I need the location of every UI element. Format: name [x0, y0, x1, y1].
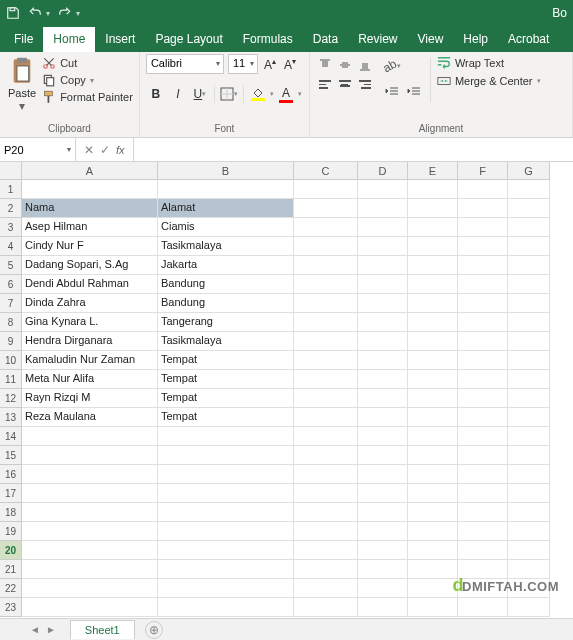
- cell[interactable]: [294, 598, 358, 617]
- cell[interactable]: [294, 294, 358, 313]
- cell[interactable]: [408, 351, 458, 370]
- column-header-B[interactable]: B: [158, 162, 294, 180]
- row-header[interactable]: 17: [0, 484, 22, 503]
- cell[interactable]: [358, 560, 408, 579]
- column-header-E[interactable]: E: [408, 162, 458, 180]
- cell[interactable]: [458, 275, 508, 294]
- cell[interactable]: Tempat: [158, 389, 294, 408]
- cell[interactable]: [22, 484, 158, 503]
- align-right-button[interactable]: [356, 76, 374, 94]
- cell[interactable]: Tempat: [158, 408, 294, 427]
- cell[interactable]: Alamat: [158, 199, 294, 218]
- cell[interactable]: Tasikmalaya: [158, 332, 294, 351]
- row-header[interactable]: 22: [0, 579, 22, 598]
- row-header[interactable]: 10: [0, 351, 22, 370]
- copy-dropdown-icon[interactable]: ▾: [90, 76, 94, 85]
- cell[interactable]: Kamaludin Nur Zaman: [22, 351, 158, 370]
- wrap-text-button[interactable]: Wrap Text: [437, 56, 541, 70]
- tab-review[interactable]: Review: [348, 27, 407, 52]
- row-header[interactable]: 14: [0, 427, 22, 446]
- row-header[interactable]: 20: [0, 541, 22, 560]
- cell[interactable]: [358, 237, 408, 256]
- row-header[interactable]: 4: [0, 237, 22, 256]
- cell[interactable]: [458, 408, 508, 427]
- sheet-nav-next[interactable]: ►: [46, 624, 56, 635]
- cell[interactable]: [22, 465, 158, 484]
- cell[interactable]: [458, 389, 508, 408]
- cell[interactable]: [158, 427, 294, 446]
- row-header[interactable]: 1: [0, 180, 22, 199]
- tab-data[interactable]: Data: [303, 27, 348, 52]
- row-header[interactable]: 15: [0, 446, 22, 465]
- cell[interactable]: [158, 446, 294, 465]
- save-icon[interactable]: [6, 6, 20, 20]
- cell[interactable]: [158, 560, 294, 579]
- tab-home[interactable]: Home: [43, 27, 95, 52]
- cell[interactable]: [358, 408, 408, 427]
- tab-insert[interactable]: Insert: [95, 27, 145, 52]
- cell[interactable]: [508, 465, 550, 484]
- format-painter-button[interactable]: Format Painter: [42, 90, 133, 104]
- cell[interactable]: [408, 465, 458, 484]
- row-header[interactable]: 16: [0, 465, 22, 484]
- name-box[interactable]: P20▾: [0, 138, 76, 161]
- cell[interactable]: [158, 522, 294, 541]
- cell[interactable]: [508, 237, 550, 256]
- cell[interactable]: [508, 180, 550, 199]
- cell[interactable]: Jakarta: [158, 256, 294, 275]
- row-header[interactable]: 11: [0, 370, 22, 389]
- cell[interactable]: [294, 446, 358, 465]
- cell[interactable]: [294, 522, 358, 541]
- cell[interactable]: [458, 484, 508, 503]
- row-header[interactable]: 6: [0, 275, 22, 294]
- cell[interactable]: [22, 503, 158, 522]
- cell[interactable]: [458, 503, 508, 522]
- cell[interactable]: [22, 598, 158, 617]
- select-all-corner[interactable]: [0, 162, 22, 180]
- cell[interactable]: [458, 446, 508, 465]
- add-sheet-button[interactable]: ⊕: [145, 621, 163, 639]
- cell[interactable]: [358, 294, 408, 313]
- cell[interactable]: [358, 465, 408, 484]
- cell[interactable]: [458, 180, 508, 199]
- cell[interactable]: [458, 256, 508, 275]
- sheet-nav-prev[interactable]: ◄: [30, 624, 40, 635]
- cell[interactable]: [508, 598, 550, 617]
- cell[interactable]: [358, 389, 408, 408]
- cell[interactable]: [508, 351, 550, 370]
- copy-button[interactable]: Copy ▾: [42, 73, 133, 87]
- cell[interactable]: Hendra Dirganara: [22, 332, 158, 351]
- cell[interactable]: [22, 560, 158, 579]
- tab-formulas[interactable]: Formulas: [233, 27, 303, 52]
- font-name-select[interactable]: Calibri▾: [146, 54, 224, 74]
- cell[interactable]: [458, 465, 508, 484]
- cell[interactable]: [508, 408, 550, 427]
- cell[interactable]: [158, 541, 294, 560]
- cell[interactable]: Bandung: [158, 294, 294, 313]
- cell[interactable]: [408, 218, 458, 237]
- cell[interactable]: [294, 427, 358, 446]
- decrease-indent-button[interactable]: [382, 82, 402, 102]
- cell[interactable]: [458, 522, 508, 541]
- cell[interactable]: Tempat: [158, 370, 294, 389]
- font-color-button[interactable]: A: [276, 84, 296, 104]
- cell[interactable]: [358, 313, 408, 332]
- cell[interactable]: [158, 180, 294, 199]
- cell[interactable]: [358, 598, 408, 617]
- cell[interactable]: [508, 275, 550, 294]
- cell[interactable]: [508, 313, 550, 332]
- sheet-tab[interactable]: Sheet1: [70, 620, 135, 639]
- row-header[interactable]: 3: [0, 218, 22, 237]
- cell[interactable]: [22, 541, 158, 560]
- cell[interactable]: Tasikmalaya: [158, 237, 294, 256]
- cell[interactable]: [294, 237, 358, 256]
- cell[interactable]: [458, 313, 508, 332]
- cell[interactable]: [408, 180, 458, 199]
- cell[interactable]: [294, 541, 358, 560]
- spreadsheet-grid[interactable]: ABCDEFG 12NamaAlamat3Asep HilmanCiamis4C…: [0, 162, 573, 617]
- cell[interactable]: [458, 332, 508, 351]
- cell[interactable]: Asep Hilman: [22, 218, 158, 237]
- cell[interactable]: [408, 484, 458, 503]
- cell[interactable]: [158, 503, 294, 522]
- cell[interactable]: [22, 180, 158, 199]
